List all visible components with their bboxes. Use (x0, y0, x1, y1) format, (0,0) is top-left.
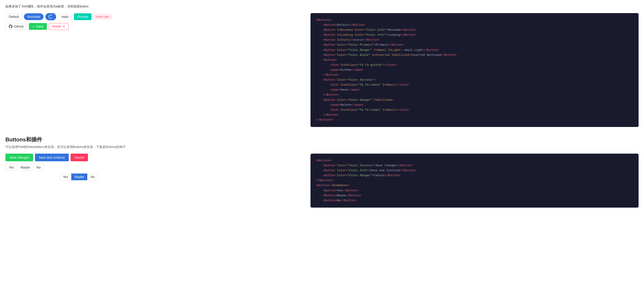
no-button[interactable]: No (33, 164, 44, 171)
yes-maybe-no-group-2: Yes Maybe No (60, 174, 98, 180)
no2-button[interactable]: No (87, 174, 98, 180)
section-2-desc: 可以使用Field的HasAddons来实现，也可以使用Buttons来实现，下… (6, 145, 638, 149)
static-button[interactable]: static (58, 13, 72, 20)
buttons-row-4: Yes Maybe No (6, 164, 304, 171)
yes-maybe-no-group: Yes Maybe No (6, 164, 44, 171)
yes2-button[interactable]: Yes (60, 174, 72, 180)
yes-button[interactable]: Yes (6, 164, 17, 171)
check-icon: ✓ (32, 25, 35, 28)
cancel-button[interactable]: Cancel (70, 154, 88, 161)
save-changes-button[interactable]: Save changes (6, 154, 33, 161)
buttons-row-1: Default Rounded static Primary small Lig… (6, 13, 304, 20)
github-label: GitHub (14, 25, 24, 28)
buttons-row-2: GitHub ✓ Save Delete ✕ (6, 23, 304, 30)
save-button[interactable]: ✓ Save (29, 23, 47, 30)
section-1: Default Rounded static Primary small Lig… (6, 13, 638, 127)
save-continue-button[interactable]: Save and continue (35, 154, 69, 161)
section-2-demo: Save changes Save and continue Cancel Ye… (6, 154, 304, 208)
primary-button[interactable]: Primary (74, 13, 92, 20)
section-2: Save changes Save and continue Cancel Ye… (6, 154, 638, 208)
rounded-button[interactable]: Rounded (24, 13, 44, 20)
section-1-demo: Default Rounded static Primary small Lig… (6, 13, 304, 127)
github-button[interactable]: GitHub (6, 23, 27, 30)
save-label: Save (36, 25, 44, 28)
delete-label: Delete (52, 25, 61, 28)
intro-text: 如果添加了,href属性，组件会表现为a标签，否则就是button (6, 5, 638, 9)
page-wrapper: 如果添加了,href属性，组件会表现为a标签，否则就是button Defaul… (0, 0, 644, 221)
buttons-row-3: Save changes Save and continue Cancel (6, 154, 304, 161)
maybe-button[interactable]: Maybe (17, 164, 33, 171)
times-icon: ✕ (62, 25, 65, 28)
default-button[interactable]: Default (6, 13, 22, 20)
section-2-code: <Buttons> <Button Color="Color.Success">… (310, 154, 638, 208)
code-block-1: <Buttons> <Button>Default</Button> <Butt… (310, 13, 638, 127)
maybe2-button[interactable]: Maybe (71, 174, 88, 180)
loading-button[interactable] (45, 13, 56, 20)
buttons-row-5: Yes Maybe No (60, 174, 304, 180)
github-icon (9, 25, 12, 28)
small-light-button[interactable]: small Light (93, 14, 111, 19)
code-block-2: <Buttons> <Button Color="Color.Success">… (310, 154, 638, 208)
section-2-title: Buttons和插件 (6, 136, 638, 143)
delete-button[interactable]: Delete ✕ (49, 23, 68, 30)
section-1-code: <Buttons> <Button>Default</Button> <Butt… (310, 13, 638, 127)
